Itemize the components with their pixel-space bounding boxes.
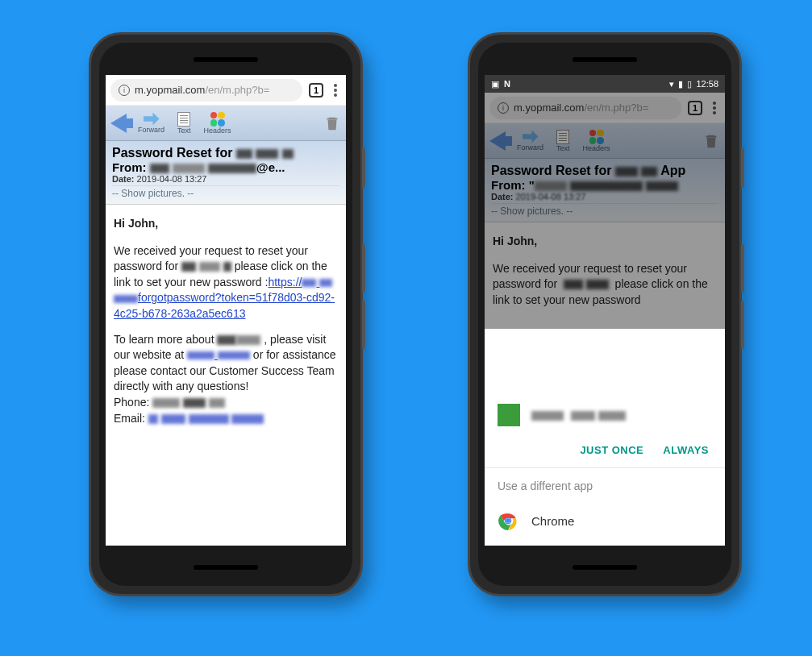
email-body: Hi John, We received your request to res… [106, 205, 346, 447]
show-pictures-link[interactable]: -- Show pictures. -- [112, 185, 339, 201]
forward-button[interactable]: Forward [133, 111, 169, 135]
email-subject: Password Reset for [112, 146, 339, 160]
app-chooser-sheet: JUST ONCE ALWAYS Use a different app [485, 389, 725, 546]
url-path: /en/m.php?b= [205, 84, 269, 96]
always-button[interactable]: ALWAYS [663, 444, 709, 456]
chooser-default-app-row[interactable] [485, 389, 725, 434]
phone-screen: i m.yopmail.com/en/m.php?b= 1 Forward Te… [106, 75, 346, 546]
phone-screen: ▣ N ▾ ▮ ▯ 12:58 i m.yopmail.com/en/m.php… [485, 75, 725, 546]
svg-rect-0 [327, 118, 338, 119]
use-different-app-label: Use a different app [485, 468, 725, 500]
power-button [741, 147, 744, 188]
headers-icon [210, 112, 225, 127]
back-arrow-icon[interactable] [110, 114, 127, 133]
menu-icon[interactable] [330, 84, 341, 97]
body-paragraph-1: We received your request to reset your p… [114, 243, 338, 322]
browser-url-bar: i m.yopmail.com/en/m.php?b= 1 [106, 75, 346, 106]
status-bar: ▣ N ▾ ▮ ▯ 12:58 [485, 75, 725, 93]
body-paragraph-2: To learn more about , please visit our w… [114, 332, 338, 427]
phone-bottom-speaker [194, 565, 258, 570]
app-icon [498, 404, 520, 426]
tab-switcher-button[interactable]: 1 [309, 83, 323, 98]
url-domain: m.yopmail.com [135, 84, 205, 96]
email-from: From: @e... [112, 160, 339, 174]
greeting: Hi John, [114, 216, 338, 232]
power-button [362, 147, 365, 188]
svg-point-5 [506, 518, 510, 522]
headers-button[interactable]: Headers [199, 110, 236, 136]
url-field[interactable]: i m.yopmail.com/en/m.php?b= [110, 79, 302, 102]
text-button[interactable]: Text [173, 110, 196, 136]
wifi-icon: ▾ [669, 79, 674, 89]
phone-speaker [573, 57, 637, 62]
clock: 12:58 [696, 79, 718, 89]
volume-down-button [362, 301, 365, 349]
delete-button[interactable] [323, 114, 341, 133]
text-icon [177, 112, 190, 127]
chrome-app-row[interactable]: Chrome [485, 500, 725, 546]
email-header: Password Reset for From: @e... Date: 201… [106, 141, 346, 205]
image-icon: ▣ [491, 79, 499, 89]
phone-speaker [194, 57, 258, 62]
info-icon[interactable]: i [119, 85, 130, 96]
website-link[interactable] [187, 348, 250, 361]
phone-mockup-right: ▣ N ▾ ▮ ▯ 12:58 i m.yopmail.com/en/m.php… [468, 32, 742, 596]
forward-icon [144, 113, 160, 126]
app-name-redacted [531, 408, 626, 422]
mail-toolbar: Forward Text Headers [106, 106, 346, 141]
just-once-button[interactable]: JUST ONCE [580, 444, 643, 456]
signal-icon: ▮ [678, 79, 683, 89]
chrome-icon [498, 510, 518, 531]
volume-up-button [362, 244, 365, 293]
chrome-label: Chrome [531, 514, 574, 528]
dim-overlay[interactable] [485, 93, 725, 329]
trash-icon [323, 114, 341, 133]
phone-mockup-left: i m.yopmail.com/en/m.php?b= 1 Forward Te… [89, 32, 363, 596]
volume-up-button [741, 244, 744, 293]
n-icon: N [504, 79, 510, 89]
email-date: Date: 2019-04-08 13:27 [112, 174, 339, 184]
volume-down-button [741, 301, 744, 349]
phone-bottom-speaker [573, 565, 637, 570]
battery-icon: ▯ [687, 79, 692, 89]
